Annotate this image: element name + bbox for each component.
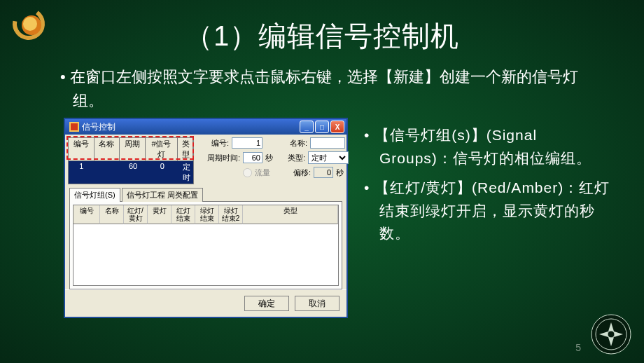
bullet-red-amber: 【红灯/黄灯】(Red/Amber)：红灯结束到绿灯开启，显示黄灯的秒数。 — [364, 177, 613, 245]
type-label: 类型: — [281, 153, 305, 163]
page-number: 5 — [575, 342, 581, 353]
name-input[interactable] — [310, 137, 345, 149]
cell-name — [94, 161, 120, 184]
app-icon — [69, 122, 79, 132]
svg-point-7 — [608, 331, 615, 338]
cell-sig: 0 — [146, 161, 178, 184]
close-button[interactable]: X — [330, 121, 344, 133]
ih-name: 名称 — [100, 205, 124, 224]
svg-point-2 — [23, 17, 37, 31]
period-unit: 秒 — [265, 153, 273, 163]
offset-label: 偏移: — [287, 167, 311, 178]
offset-unit: 秒 — [336, 167, 344, 178]
ih-num: 编号 — [74, 205, 100, 224]
signal-list-grid[interactable]: 编号 名称 周期 #信号灯 类型 1 60 0 定时 — [68, 137, 194, 184]
col-header-type: 类型 — [178, 138, 193, 161]
explanation-list: 【信号灯组(s)】(Signal Groups)：信号灯的相位编组。 【红灯/黄… — [364, 118, 613, 252]
ih-amber: 黄灯 — [148, 205, 172, 224]
slide-title: （1）编辑信号控制机 — [0, 0, 644, 55]
window-caption: 信号控制 — [82, 121, 115, 133]
ih-red-end: 红灯 结束 — [172, 205, 195, 224]
ih-red-amber: 红灯/ 黄灯 — [124, 205, 148, 224]
bullet-signal-groups: 【信号灯组(s)】(Signal Groups)：信号灯的相位编组。 — [364, 124, 613, 170]
maximize-button[interactable]: □ — [315, 121, 329, 133]
cell-type: 定时 — [178, 161, 193, 184]
cancel-button[interactable]: 取消 — [295, 296, 340, 311]
intro-text: 在窗口左侧按照文字要求点击鼠标右键，选择【新建】创建一个新的信号灯组。 — [0, 55, 644, 118]
period-label: 周期时间: — [204, 153, 240, 163]
tab-signal-config[interactable]: 信号灯工程 周类配置 — [122, 188, 203, 202]
signal-group-grid[interactable]: 编号 名称 红灯/ 黄灯 黄灯 红灯 结束 绿灯 结束 绿灯 结束2 类型 — [73, 205, 339, 286]
offset-input — [314, 167, 333, 178]
cell-num: 1 — [69, 161, 94, 184]
tab-signal-groups[interactable]: 信号灯组(S) — [69, 188, 120, 202]
ih-type: 类型 — [243, 205, 338, 224]
svg-rect-4 — [71, 123, 78, 130]
ih-green-end: 绿灯 结束 — [195, 205, 219, 224]
type-select[interactable]: 定时 — [308, 151, 349, 164]
name-label: 名称: — [274, 138, 307, 149]
col-header-num: 编号 — [69, 138, 94, 161]
flow-label: 流量 — [255, 167, 270, 178]
signal-form: 编号: 名称: 周期时间: 秒 类型: 定时 流量 偏移: — [197, 135, 356, 187]
signal-row-selected[interactable]: 1 60 0 定时 — [69, 161, 193, 184]
ok-button[interactable]: 确定 — [244, 296, 289, 311]
signal-control-window: 信号控制 _ □ X 编号 名称 周期 #信号灯 类型 1 — [64, 118, 347, 317]
cell-period: 60 — [120, 161, 146, 184]
flow-radio — [243, 168, 252, 177]
window-titlebar: 信号控制 _ □ X — [65, 119, 346, 135]
num-input[interactable] — [232, 137, 262, 149]
col-header-name: 名称 — [94, 138, 120, 161]
slide-logo-icon — [10, 7, 48, 41]
minimize-button[interactable]: _ — [300, 121, 314, 133]
col-header-period: 周期 — [120, 138, 146, 161]
col-header-sig: #信号灯 — [146, 138, 178, 161]
university-seal-icon — [591, 314, 631, 355]
num-label: 编号: — [204, 138, 229, 149]
ih-green-end2: 绿灯 结束2 — [219, 205, 243, 224]
period-input[interactable] — [243, 152, 262, 163]
